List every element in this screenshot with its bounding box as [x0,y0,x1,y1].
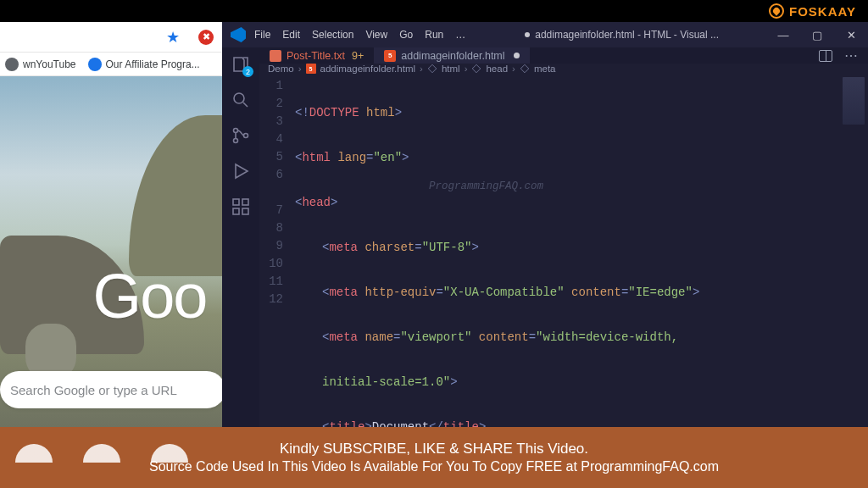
bookmark-item-affiliate[interactable]: Our Affiliate Progra... [88,58,200,71]
tab-problem-count: 9+ [352,50,364,62]
tab-label: Post-Title.txt [287,50,345,62]
source-control-icon[interactable] [231,125,251,146]
svg-rect-5 [242,199,248,205]
svg-point-2 [234,139,238,143]
file-text-icon [270,50,281,62]
search-icon[interactable] [231,90,251,110]
menu-edit[interactable]: Edit [282,29,300,41]
menu-file[interactable]: File [254,29,270,41]
menu-view[interactable]: View [365,29,387,41]
breadcrumb-file: addimageinfolder.html [320,64,416,74]
banner-line-1: Kindly SUBSCRIBE, LIKE & SHARE This Vide… [280,441,588,458]
breadcrumb-symbol: html [442,64,460,74]
shortcut-circle[interactable] [15,444,53,481]
run-debug-icon[interactable] [231,161,251,181]
tab-post-title[interactable]: Post-Title.txt 9+ [259,47,374,64]
close-button[interactable]: ✕ [834,22,868,47]
breadcrumb-symbol: meta [534,64,556,74]
symbol-icon [427,64,437,74]
code-editor[interactable]: 123 456 78 91011 12 <!DOCTYPE html> <htm… [259,74,868,488]
screenshot-root: FOSKAAY ★ ✖ wnYouTube Our Affiliate Prog… [0,0,868,488]
minimize-button[interactable]: — [766,22,800,47]
editor-group: Post-Title.txt 9+ 5 addimageinfolder.htm… [259,47,868,427]
shortcut-circle[interactable] [151,444,188,481]
favicon-icon [88,58,102,71]
brand-bar: FOSKAAY [0,0,868,22]
breadcrumb-symbol: head [486,64,508,74]
maximize-button[interactable]: ▢ [800,22,834,47]
window-title-text: addimageinfolder.html - HTML - Visual ..… [535,29,719,41]
chevron-right-icon: › [298,64,302,74]
bookmarks-bar: wnYouTube Our Affiliate Progra... [0,53,222,76]
svg-point-3 [244,134,248,138]
banner-line-2: Source Code Used In This Video Is Availa… [149,459,719,474]
bookmark-item-youtube[interactable]: wnYouTube [5,58,76,71]
dirty-indicator-icon [525,32,530,37]
window-controls: — ▢ ✕ [766,22,868,47]
search-input[interactable]: Search Google or type a URL [0,371,222,408]
tabs-actions: ⋯ [819,47,868,64]
chrome-window: ★ ✖ wnYouTube Our Affiliate Progra... Go… [0,22,222,427]
file-html-icon: 5 [384,50,396,62]
favicon-icon [5,58,19,71]
svg-rect-4 [233,199,239,205]
menu-go[interactable]: Go [399,29,413,41]
promo-banner: Kindly SUBSCRIBE, LIKE & SHARE This Vide… [0,427,868,488]
chrome-toolbar: ★ ✖ [0,22,222,53]
svg-rect-6 [233,208,239,214]
line-gutter: 123 456 78 91011 12 [259,74,295,488]
search-placeholder: Search Google or type a URL [10,383,177,397]
extension-blocked-icon[interactable]: ✖ [198,30,214,45]
code-content: <!DOCTYPE html> <html lang="en"> <head> … [295,74,836,488]
shortcut-row [15,444,188,481]
window-title: addimageinfolder.html - HTML - Visual ..… [477,29,766,41]
svg-point-1 [234,129,238,133]
tab-label: addimageinfolder.html [401,50,504,62]
explorer-badge: 2 [242,66,253,77]
breadcrumb-folder: Demo [268,64,294,74]
more-actions-icon[interactable]: ⋯ [844,47,858,64]
symbol-icon [471,64,481,74]
minimap[interactable] [836,74,868,488]
vscode-logo-icon [231,27,246,42]
chevron-right-icon: › [420,64,423,74]
bookmark-label: Our Affiliate Progra... [106,58,200,70]
split-editor-icon[interactable] [819,50,832,62]
bookmark-star-icon[interactable]: ★ [166,28,180,47]
chevron-right-icon: › [465,64,468,74]
activity-bar: 2 [222,47,259,427]
vscode-body: 2 Post-Title.txt 9+ 5 addimageinfold [222,47,868,427]
menu-overflow-icon[interactable]: … [455,29,465,41]
shortcut-circle[interactable] [83,444,120,481]
google-logo: Goo [93,260,207,332]
menu-run[interactable]: Run [425,29,443,41]
bookmark-label: wnYouTube [23,58,76,70]
brand-name: FOSKAAY [789,4,856,19]
symbol-icon [520,64,530,74]
svg-point-0 [234,93,244,103]
dirty-indicator-icon [514,53,520,58]
menu-selection[interactable]: Selection [312,29,353,41]
breadcrumb[interactable]: Demo › 5 addimageinfolder.html › html › … [259,64,868,74]
minimap-viewport [843,77,865,125]
chevron-right-icon: › [512,64,515,74]
explorer-icon[interactable]: 2 [231,54,251,75]
vscode-window: File Edit Selection View Go Run … addima… [222,22,868,427]
brand-logo-icon [769,3,784,19]
file-html-icon: 5 [306,64,316,74]
svg-rect-7 [242,208,248,214]
new-tab-page: Goo Search Google or type a URL [0,76,222,427]
titlebar: File Edit Selection View Go Run … addima… [222,22,868,47]
extensions-icon[interactable] [231,197,251,217]
tabs-bar: Post-Title.txt 9+ 5 addimageinfolder.htm… [259,47,868,64]
tab-addimageinfolder[interactable]: 5 addimageinfolder.html [374,47,529,64]
